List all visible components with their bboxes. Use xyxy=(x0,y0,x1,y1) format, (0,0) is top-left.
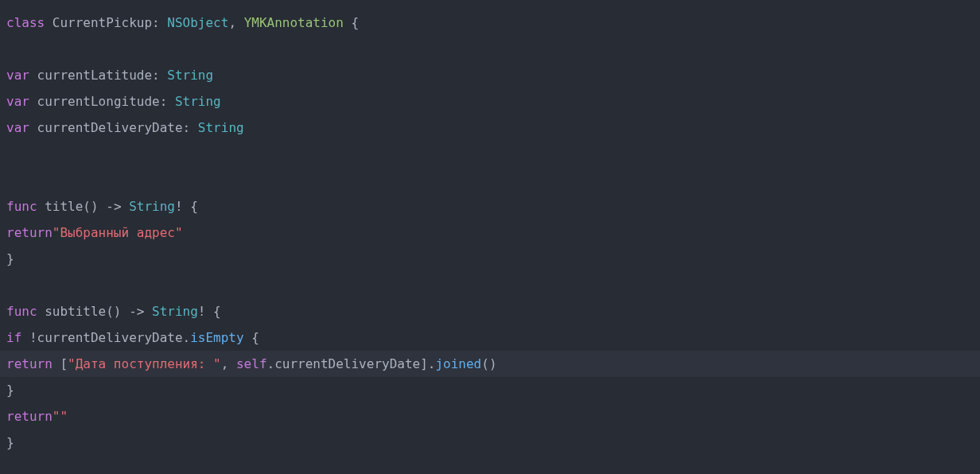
keyword-self: self xyxy=(236,354,267,375)
keyword-return: return xyxy=(6,354,52,375)
var-ref: currentDeliveryDate xyxy=(274,354,420,375)
func-name: title xyxy=(37,196,84,217)
code-line: func subtitle() -> String! { xyxy=(0,298,980,324)
brace-close: } xyxy=(6,249,14,270)
type-string: String xyxy=(129,196,175,217)
string-literal: "" xyxy=(52,406,68,427)
func-name: subtitle xyxy=(37,301,107,322)
keyword-return: return xyxy=(6,223,52,243)
code-line: } xyxy=(0,377,980,403)
code-line-blank xyxy=(0,36,980,62)
class-name: CurrentPickup xyxy=(45,13,152,33)
code-line-blank xyxy=(0,141,980,167)
type-string: String xyxy=(152,301,198,322)
keyword-if: if xyxy=(6,328,21,348)
code-line: var currentDeliveryDate: String xyxy=(0,115,980,141)
code-line: func title() -> String! { xyxy=(0,193,980,220)
brace-close: } xyxy=(6,380,14,401)
keyword-var: var xyxy=(6,91,29,112)
code-line: var currentLatitude: String xyxy=(0,62,980,88)
keyword-var: var xyxy=(6,65,29,86)
code-line: return "" xyxy=(0,403,980,429)
code-line: return "Выбранный адрес" xyxy=(0,220,980,246)
type-string: String xyxy=(175,91,221,112)
brace-close: } xyxy=(6,433,14,453)
keyword-var: var xyxy=(6,118,29,138)
code-line: class CurrentPickup: NSObject, YMKAnnota… xyxy=(0,10,980,36)
method-joined: joined xyxy=(435,354,481,375)
code-line: var currentLongitude: String xyxy=(0,88,980,115)
type-ymkannotation: YMKAnnotation xyxy=(244,13,344,33)
string-literal: "Дата поступления: " xyxy=(68,354,221,375)
code-line: if !currentDeliveryDate.isEmpty { xyxy=(0,324,980,351)
keyword-func: func xyxy=(6,301,37,322)
code-line-highlighted: return ["Дата поступления: ", self.curre… xyxy=(0,351,980,377)
keyword-func: func xyxy=(6,196,37,217)
type-string: String xyxy=(167,65,213,86)
type-nsobject: NSObject xyxy=(167,13,228,33)
keyword-class: class xyxy=(6,13,45,33)
code-editor[interactable]: class CurrentPickup: NSObject, YMKAnnota… xyxy=(0,10,980,456)
property-isempty: isEmpty xyxy=(190,328,243,348)
type-string: String xyxy=(198,118,244,138)
var-name: currentLatitude xyxy=(29,65,152,86)
keyword-return: return xyxy=(6,406,52,427)
code-line: } xyxy=(0,246,980,272)
code-line-blank xyxy=(0,167,980,193)
var-name: currentLongitude xyxy=(29,91,160,112)
var-name: currentDeliveryDate xyxy=(29,118,183,138)
code-line-blank xyxy=(0,272,980,298)
code-line: } xyxy=(0,429,980,456)
string-literal: "Выбранный адрес" xyxy=(52,223,183,243)
var-ref: currentDeliveryDate xyxy=(37,328,183,348)
